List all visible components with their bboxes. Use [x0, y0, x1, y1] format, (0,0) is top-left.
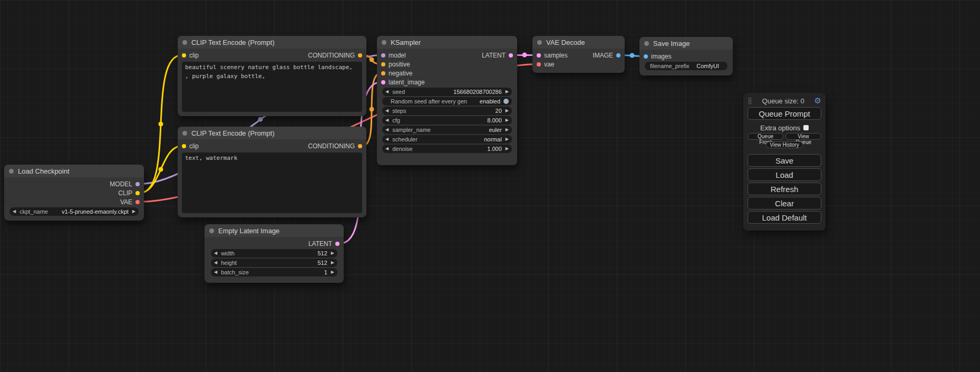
output-label: IMAGE	[593, 52, 613, 59]
node-title-bar[interactable]: VAE Decode	[532, 36, 625, 49]
node-title-bar[interactable]: Empty Latent Image	[205, 224, 344, 237]
decrement-icon[interactable]: ◀	[214, 270, 217, 274]
collapse-icon[interactable]	[9, 169, 14, 174]
widget-ckpt-name[interactable]: ◀ ckpt_name v1-5-pruned-emaonly.ckpt ▶	[9, 207, 139, 216]
node-ksampler[interactable]: KSampler model LATENT positive negative …	[377, 36, 517, 165]
refresh-button[interactable]: Refresh	[748, 183, 821, 195]
node-load-checkpoint[interactable]: Load Checkpoint MODEL CLIP VAE ◀ ckpt	[4, 165, 144, 221]
collapse-icon[interactable]	[537, 40, 542, 45]
decrement-icon[interactable]: ◀	[385, 90, 389, 94]
widget-scheduler[interactable]: ◀ scheduler normal ▶	[382, 135, 512, 144]
toggle-icon[interactable]	[503, 99, 509, 104]
decrement-icon[interactable]: ◀	[385, 109, 389, 113]
node-clip-text-encode-positive[interactable]: CLIP Text Encode (Prompt) clip CONDITION…	[178, 36, 366, 116]
queue-size-label: Queue size: 0	[752, 97, 814, 105]
node-title-bar[interactable]: Save Image	[639, 37, 733, 50]
negative-input-port[interactable]	[381, 71, 385, 75]
node-title-bar[interactable]: CLIP Text Encode (Prompt)	[178, 127, 366, 139]
decrement-icon[interactable]: ◀	[385, 137, 389, 141]
prompt-textarea[interactable]: beautiful scenery nature glass bottle la…	[182, 62, 362, 112]
node-title-bar[interactable]: KSampler	[377, 36, 517, 49]
widget-filename-prefix[interactable]: filename_prefix ComfyUI	[645, 62, 727, 70]
extra-options-checkbox[interactable]	[803, 125, 809, 130]
drag-handle-icon[interactable]: ⣿	[748, 97, 752, 104]
conditioning-output-port[interactable]	[358, 53, 362, 58]
increment-icon[interactable]: ▶	[331, 270, 334, 274]
widget-seed[interactable]: ◀ seed 156680208700286 ▶	[382, 88, 512, 96]
wire-midpoint-dot	[522, 53, 527, 58]
latent-image-input-port[interactable]	[381, 80, 385, 84]
widget-random-seed-toggle[interactable]: Random seed after every gen enabled	[382, 97, 512, 106]
collapse-icon[interactable]	[182, 131, 187, 136]
widget-denoise[interactable]: ◀ denoise 1.000 ▶	[382, 145, 512, 153]
node-clip-text-encode-negative[interactable]: CLIP Text Encode (Prompt) clip CONDITION…	[178, 127, 366, 217]
collapse-icon[interactable]	[209, 228, 214, 233]
node-title: VAE Decode	[546, 39, 585, 46]
increment-icon[interactable]: ▶	[506, 118, 509, 122]
slot-row: MODEL	[4, 179, 144, 188]
node-title: Save Image	[653, 40, 690, 47]
decrement-icon[interactable]: ◀	[385, 128, 389, 132]
vae-input-port[interactable]	[537, 62, 541, 66]
decrement-icon[interactable]: ◀	[385, 118, 389, 122]
widget-name: Random seed after every gen	[391, 98, 467, 104]
slot-list: MODEL CLIP VAE	[4, 177, 144, 206]
prompt-textarea[interactable]: text, watermark	[182, 152, 362, 213]
decrement-icon[interactable]: ◀	[385, 147, 389, 151]
node-title: Empty Latent Image	[218, 227, 279, 235]
widget-name: sampler_name	[392, 127, 431, 133]
increment-icon[interactable]: ▶	[331, 251, 334, 255]
slot-row: model LATENT	[377, 51, 517, 60]
images-input-port[interactable]	[644, 54, 648, 59]
model-output-port[interactable]	[135, 182, 140, 186]
latent-output-port[interactable]	[335, 242, 339, 246]
increment-icon[interactable]: ▶	[506, 109, 509, 113]
gear-icon[interactable]: ⚙	[814, 96, 821, 106]
increment-icon[interactable]: ▶	[506, 147, 509, 151]
clip-input-port[interactable]	[182, 53, 186, 58]
slot-row: latent_image	[377, 78, 517, 87]
widget-value: 8.000	[487, 117, 502, 123]
node-title-bar[interactable]: Load Checkpoint	[4, 165, 144, 177]
node-empty-latent-image[interactable]: Empty Latent Image LATENT ◀ width 512 ▶ …	[205, 224, 344, 283]
conditioning-output-port[interactable]	[358, 144, 362, 148]
decrement-icon[interactable]: ◀	[214, 261, 217, 265]
widget-batch-size[interactable]: ◀ batch_size 1 ▶	[211, 268, 337, 276]
clip-output-port[interactable]	[135, 191, 140, 195]
image-output-port[interactable]	[616, 53, 620, 58]
samples-input-port[interactable]	[537, 53, 541, 58]
vae-output-port[interactable]	[135, 200, 140, 204]
widget-height[interactable]: ◀ height 512 ▶	[211, 259, 337, 267]
save-button[interactable]: Save	[748, 154, 821, 167]
node-save-image[interactable]: Save Image images filename_prefix ComfyU…	[639, 37, 733, 75]
node-vae-decode[interactable]: VAE Decode samples IMAGE vae	[532, 36, 625, 73]
decrement-icon[interactable]: ◀	[13, 209, 16, 214]
view-history-button[interactable]: View History	[766, 141, 802, 148]
widget-width[interactable]: ◀ width 512 ▶	[211, 249, 337, 257]
widget-sampler-name[interactable]: ◀ sampler_name euler ▶	[382, 126, 512, 134]
collapse-icon[interactable]	[382, 40, 386, 45]
widget-steps[interactable]: ◀ steps 20 ▶	[382, 107, 512, 115]
model-input-port[interactable]	[381, 53, 385, 58]
decrement-icon[interactable]: ◀	[214, 251, 217, 255]
view-queue-button[interactable]: View Queue	[785, 133, 821, 140]
load-button[interactable]: Load	[748, 168, 821, 181]
increment-icon[interactable]: ▶	[506, 128, 509, 132]
collapse-icon[interactable]	[182, 40, 187, 45]
increment-icon[interactable]: ▶	[506, 137, 509, 141]
queue-prompt-button[interactable]: Queue Prompt	[748, 107, 821, 120]
increment-icon[interactable]: ▶	[331, 261, 334, 265]
latent-output-port[interactable]	[509, 53, 513, 58]
wire-midpoint-dot	[159, 167, 163, 172]
clip-input-port[interactable]	[182, 144, 186, 148]
queue-front-button[interactable]: Queue Front	[748, 133, 783, 140]
increment-icon[interactable]: ▶	[132, 209, 135, 214]
increment-icon[interactable]: ▶	[506, 90, 509, 94]
node-title-bar[interactable]: CLIP Text Encode (Prompt)	[178, 36, 366, 49]
clear-button[interactable]: Clear	[748, 197, 821, 209]
node-graph-canvas[interactable]: Load Checkpoint MODEL CLIP VAE ◀ ckpt	[0, 0, 980, 372]
widget-cfg[interactable]: ◀ cfg 8.000 ▶	[382, 116, 512, 125]
load-default-button[interactable]: Load Default	[748, 211, 821, 224]
collapse-icon[interactable]	[644, 41, 649, 46]
positive-input-port[interactable]	[381, 62, 385, 66]
